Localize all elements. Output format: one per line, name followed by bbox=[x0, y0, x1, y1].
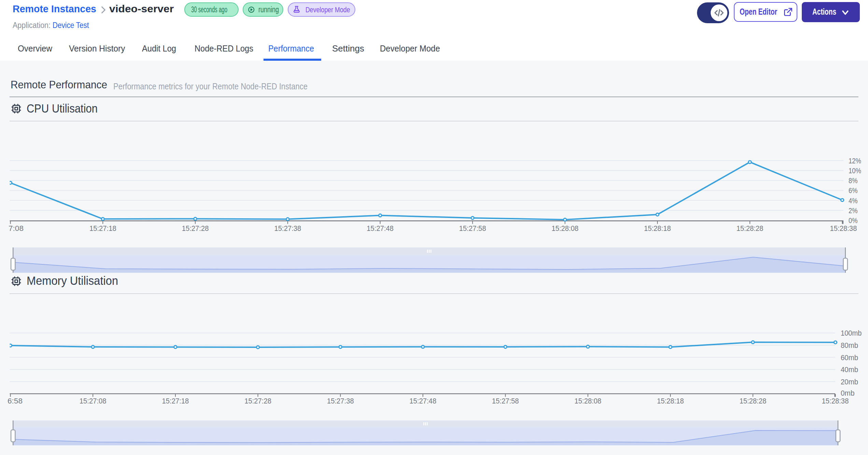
svg-text:15:28:28: 15:28:28 bbox=[739, 397, 766, 405]
svg-text:15:27:18: 15:27:18 bbox=[162, 397, 189, 405]
svg-text:15:27:08: 15:27:08 bbox=[80, 397, 106, 405]
svg-text:15:27:38: 15:27:38 bbox=[327, 397, 354, 405]
svg-text:20mb: 20mb bbox=[841, 378, 858, 386]
svg-text:100mb: 100mb bbox=[841, 329, 862, 337]
svg-text:60mb: 60mb bbox=[841, 353, 858, 362]
svg-text:15:28:18: 15:28:18 bbox=[657, 397, 684, 405]
svg-text:15:27:28: 15:27:28 bbox=[244, 397, 271, 405]
svg-text:15:28:38: 15:28:38 bbox=[822, 397, 849, 405]
svg-text:15:27:48: 15:27:48 bbox=[410, 397, 437, 405]
svg-text:15:28:08: 15:28:08 bbox=[574, 397, 601, 405]
svg-text:15:27:58: 15:27:58 bbox=[492, 397, 519, 405]
svg-text:80mb: 80mb bbox=[841, 341, 858, 350]
svg-text:0mb: 0mb bbox=[841, 389, 855, 397]
svg-text:6:58: 6:58 bbox=[8, 397, 23, 405]
svg-text:40mb: 40mb bbox=[841, 365, 858, 374]
